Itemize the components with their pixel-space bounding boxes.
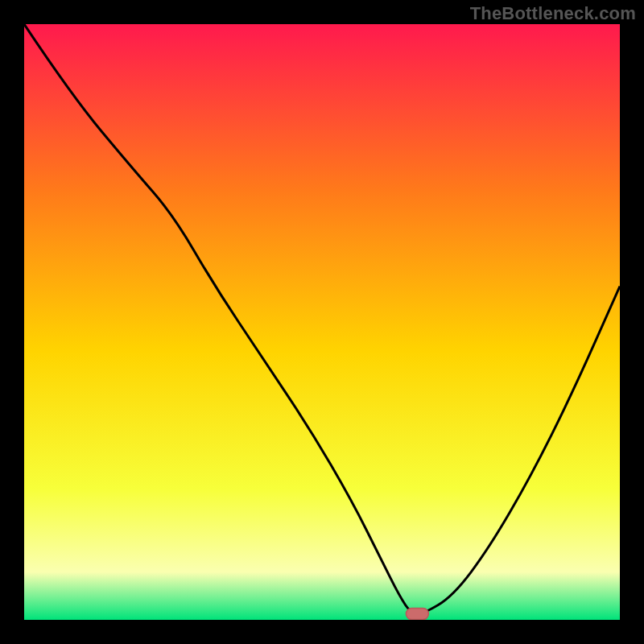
attribution-label: TheBottleneck.com [470,3,636,24]
gradient-background [24,24,620,620]
plot-svg [24,24,620,620]
chart-container: TheBottleneck.com [0,0,644,644]
plot-area [24,24,620,620]
optimal-marker [406,609,428,620]
